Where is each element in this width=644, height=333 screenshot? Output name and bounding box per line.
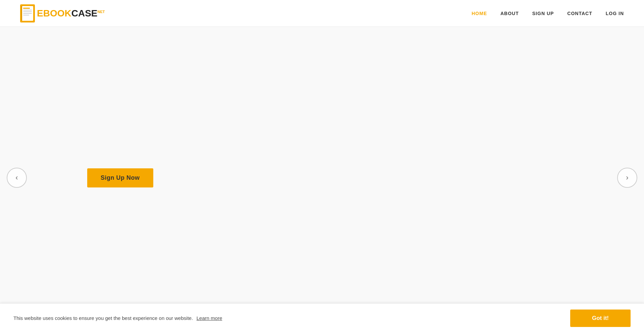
logo-ebook: EBOOK: [37, 8, 71, 18]
cookie-message-area: This website uses cookies to ensure you …: [13, 315, 222, 321]
svg-rect-6: [23, 15, 29, 15]
cookie-message: This website uses cookies to ensure you …: [13, 315, 193, 321]
cookie-banner: This website uses cookies to ensure you …: [0, 303, 644, 333]
carousel-slide: Sign Up Now: [0, 27, 644, 329]
signup-button[interactable]: Sign Up Now: [87, 168, 153, 187]
svg-rect-3: [23, 10, 32, 10]
svg-rect-7: [21, 6, 22, 21]
chevron-right-icon: ›: [626, 173, 628, 182]
nav-home[interactable]: HOME: [472, 11, 487, 16]
cookie-learn-more-link[interactable]: Learn more: [197, 315, 222, 321]
nav-login[interactable]: LOG IN: [606, 11, 624, 16]
logo[interactable]: EBOOKCASENET: [20, 4, 105, 22]
chevron-left-icon: ‹: [15, 173, 18, 182]
carousel-next-button[interactable]: ›: [617, 168, 637, 188]
svg-rect-4: [23, 11, 32, 12]
nav-contact[interactable]: CONTACT: [567, 11, 592, 16]
main-nav: HOME ABOUT SIGN UP CONTACT LOG IN: [472, 11, 624, 16]
nav-signup[interactable]: SIGN UP: [532, 11, 554, 16]
header: EBOOKCASENET HOME ABOUT SIGN UP CONTACT …: [0, 0, 644, 27]
carousel-prev-button[interactable]: ‹: [7, 168, 27, 188]
svg-rect-5: [23, 13, 32, 14]
cookie-got-it-button[interactable]: Got it!: [570, 310, 631, 327]
nav-about[interactable]: ABOUT: [500, 11, 519, 16]
svg-rect-2: [23, 8, 30, 9]
logo-icon: [20, 4, 35, 22]
logo-case: CASE: [71, 8, 98, 18]
logo-net: NET: [97, 9, 105, 13]
hero-section: ‹ Sign Up Now ›: [0, 27, 644, 329]
